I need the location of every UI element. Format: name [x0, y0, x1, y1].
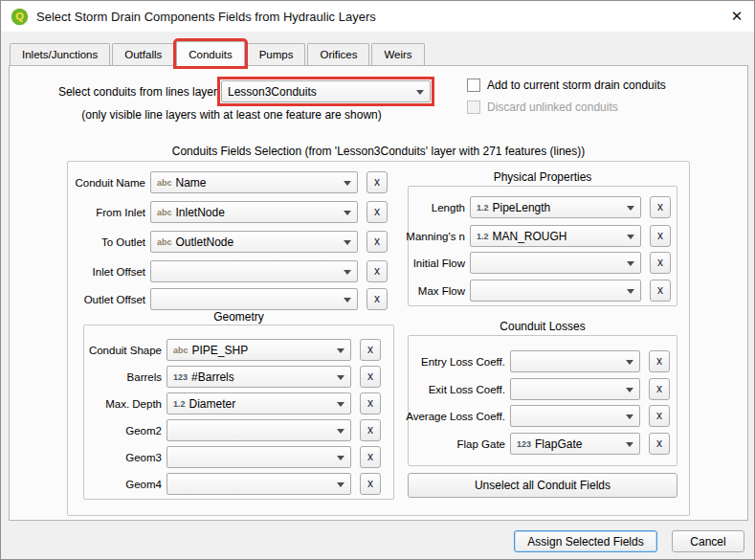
field-row-geom3: Geom3 x [80, 446, 381, 468]
field-label: Manning's n [379, 231, 465, 242]
combo-barrels[interactable]: 123 #Barrels [167, 366, 351, 388]
chevron-down-icon [344, 240, 351, 245]
field-label: Geom2 [80, 425, 162, 437]
field-row-geom2: Geom2 x [80, 419, 381, 441]
field-label: From Inlet [71, 207, 145, 218]
field-row-conduit-name: Conduit Name abc Name x [71, 171, 388, 193]
field-label: Max Flow [379, 285, 465, 297]
combo-geom2[interactable] [167, 419, 351, 441]
clear-field-button[interactable]: x [360, 366, 381, 388]
clear-field-button[interactable]: x [366, 171, 388, 193]
combo-initial-flow[interactable] [470, 252, 641, 274]
field-type-icon: 123 [173, 372, 188, 382]
field-type-icon: abc [157, 237, 172, 247]
field-row-mannings-n: Manning's n 1.2 MAN_ROUGH x [379, 225, 671, 247]
combo-value: PipeLength [493, 201, 551, 214]
cancel-button[interactable]: Cancel [672, 530, 744, 552]
combo-length[interactable]: 1.2 PipeLength [470, 196, 641, 218]
combo-conduit-name[interactable]: abc Name [150, 171, 358, 193]
tab-weirs[interactable]: Weirs [371, 43, 424, 65]
physical-group-title: Physical Properties [408, 170, 677, 184]
chevron-down-icon [344, 181, 351, 186]
combo-entry-loss[interactable] [510, 350, 640, 372]
combo-value: #Barrels [191, 370, 234, 384]
field-label: Geom3 [80, 452, 162, 463]
field-row-length: Length 1.2 PipeLength x [379, 196, 671, 218]
clear-field-button[interactable]: x [360, 446, 381, 468]
combo-flap-gate[interactable]: 123 FlapGate [510, 433, 640, 455]
combo-average-loss[interactable] [510, 405, 640, 427]
combo-exit-loss[interactable] [510, 378, 640, 400]
combo-max-flow[interactable] [470, 280, 641, 302]
qgis-logo-icon: Q [11, 8, 29, 26]
field-row-outlet-offset: Outlet Offset x [71, 288, 388, 310]
dialog-window: Q Select Storm Drain Components Fields f… [0, 0, 755, 560]
clear-field-button[interactable]: x [360, 392, 381, 414]
clear-field-button[interactable]: x [650, 252, 671, 274]
field-row-geom4: Geom4 x [80, 473, 381, 495]
assign-selected-fields-button[interactable]: Assign Selected Fields [514, 530, 657, 552]
window-title: Select Storm Drain Components Fields fro… [36, 10, 376, 24]
chevron-down-icon [337, 375, 344, 380]
clear-field-button[interactable]: x [650, 280, 671, 302]
chevron-down-icon [344, 211, 351, 215]
add-to-current-checkbox-row: Add to current storm drain conduits [467, 78, 666, 92]
field-label: Length [379, 202, 465, 213]
clear-field-button[interactable]: x [360, 473, 381, 495]
fields-group-title: Conduits Fields Selection (from 'Lesson3… [67, 145, 690, 158]
combo-mannings-n[interactable]: 1.2 MAN_ROUGH [470, 225, 641, 247]
tab-conduits[interactable]: Conduits [176, 41, 244, 66]
layer-combo[interactable]: Lesson3Conduits [221, 80, 431, 102]
field-label: Average Loss Coeff. [400, 411, 505, 422]
tab-orifices[interactable]: Orifices [307, 43, 369, 65]
combo-value: InletNode [176, 206, 225, 219]
field-label: Barrels [80, 371, 162, 383]
combo-value: FlapGate [535, 437, 582, 451]
field-row-inlet-offset: Inlet Offset x [71, 260, 388, 282]
field-label: Flap Gate [400, 438, 505, 450]
conduits-tab-panel: Select conduits from lines layer Lesson3… [9, 65, 748, 521]
clear-field-button[interactable]: x [649, 433, 670, 455]
chevron-down-icon [627, 235, 634, 239]
field-label: Entry Loss Coeff. [400, 356, 505, 368]
clear-field-button[interactable]: x [649, 350, 670, 372]
chevron-down-icon [626, 442, 633, 447]
field-row-flap-gate: Flap Gate 123 FlapGate x [400, 433, 670, 455]
combo-geom4[interactable] [167, 473, 351, 495]
combo-to-outlet[interactable]: abc OutletNode [150, 231, 358, 253]
clear-field-button[interactable]: x [360, 339, 381, 361]
discard-unlinked-checkbox [467, 101, 480, 114]
field-type-icon: abc [157, 178, 172, 188]
combo-from-inlet[interactable]: abc InletNode [150, 201, 358, 223]
chevron-down-icon [344, 298, 351, 302]
combo-conduit-shape[interactable]: abc PIPE_SHP [167, 339, 351, 361]
combo-inlet-offset[interactable] [150, 260, 358, 282]
field-row-to-outlet: To Outlet abc OutletNode x [71, 231, 388, 253]
clear-field-button[interactable]: x [649, 405, 670, 427]
field-row-barrels: Barrels 123 #Barrels x [80, 366, 381, 388]
tab-outfalls[interactable]: Outfalls [112, 43, 174, 65]
layer-hint-text: (only visible line layers with at least … [29, 108, 434, 122]
tab-pumps[interactable]: Pumps [247, 43, 306, 65]
add-to-current-label: Add to current storm drain conduits [487, 78, 666, 92]
combo-max-depth[interactable]: 1.2 Diameter [167, 392, 351, 414]
combo-value: Name [176, 176, 207, 190]
chevron-down-icon [337, 456, 344, 460]
losses-group-title: Counduit Losses [408, 320, 677, 333]
field-label: Max. Depth [80, 398, 162, 410]
combo-geom3[interactable] [167, 446, 351, 468]
field-type-icon: 1.2 [477, 203, 489, 213]
clear-field-button[interactable]: x [649, 378, 670, 400]
close-icon[interactable]: ✕ [720, 1, 754, 32]
clear-field-button[interactable]: x [650, 196, 671, 218]
field-row-exit-loss: Exit Loss Coeff. x [400, 378, 670, 400]
clear-field-button[interactable]: x [360, 419, 381, 441]
add-to-current-checkbox[interactable] [467, 78, 480, 92]
clear-field-button[interactable]: x [650, 225, 671, 247]
combo-value: PIPE_SHP [192, 344, 249, 357]
unselect-all-button[interactable]: Unselect all Conduit Fields [408, 473, 677, 498]
field-row-conduit-shape: Conduit Shape abc PIPE_SHP x [80, 339, 381, 361]
combo-outlet-offset[interactable] [150, 288, 358, 310]
field-type-icon: abc [157, 208, 172, 217]
tab-inlets-junctions[interactable]: Inlets/Junctions [10, 43, 110, 65]
